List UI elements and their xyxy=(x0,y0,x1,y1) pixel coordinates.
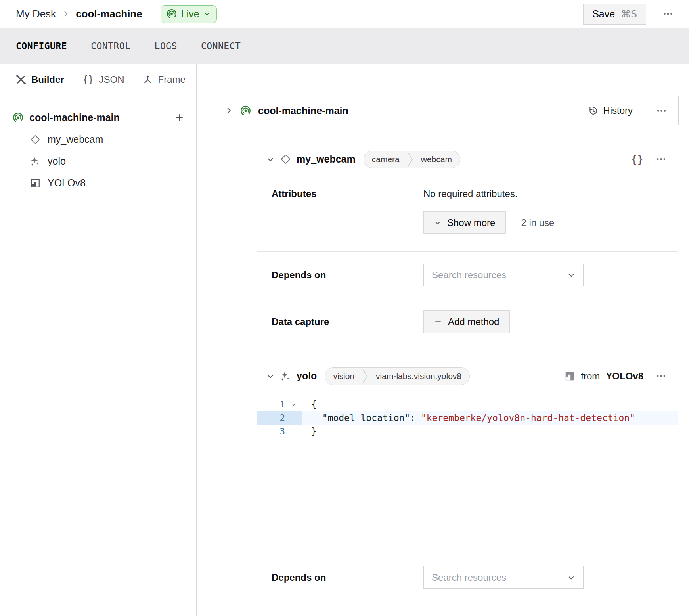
history-button[interactable]: History xyxy=(588,105,633,116)
code-line-2[interactable]: 2 "model_location": "keremberke/yolov8n-… xyxy=(257,411,678,425)
diamond-icon xyxy=(30,134,40,145)
line-number: 2 xyxy=(257,411,285,425)
tab-logs[interactable]: LOGS xyxy=(155,41,177,51)
depends-on-select[interactable]: Search resources xyxy=(423,264,584,286)
broadcast-icon xyxy=(167,9,177,19)
line-number: 1 xyxy=(257,398,285,411)
tag-divider-icon xyxy=(362,368,368,385)
save-button[interactable]: Save ⌘S xyxy=(583,4,646,25)
tab-control[interactable]: CONTROL xyxy=(91,41,130,51)
view-json[interactable]: {} JSON xyxy=(82,74,124,85)
tree-item-my-webcam[interactable]: my_webcam xyxy=(30,134,184,145)
add-component-icon[interactable] xyxy=(174,113,184,123)
code-key: "model_location" xyxy=(311,413,410,423)
view-builder-label: Builder xyxy=(31,74,64,85)
builder-icon xyxy=(16,75,26,85)
chevron-right-icon[interactable] xyxy=(224,106,233,115)
attributes-section: Attributes No required attributes. Show … xyxy=(257,175,678,251)
tree-machine-label: cool-machine-main xyxy=(29,112,168,123)
module-icon xyxy=(30,178,40,188)
code-text[interactable]: "model_location": "keremberke/yolov8n-ha… xyxy=(302,411,635,425)
live-status-dropdown[interactable]: Live xyxy=(161,5,217,23)
tab-connect[interactable]: CONNECT xyxy=(201,41,241,51)
tree-connector-line xyxy=(237,125,237,616)
overflow-menu-icon[interactable] xyxy=(656,371,666,381)
add-method-label: Add method xyxy=(448,316,499,327)
resource-title: yolo xyxy=(297,370,317,382)
module-icon xyxy=(565,371,575,381)
view-json-label: JSON xyxy=(99,74,124,85)
resource-card-my-webcam: my_webcam camera webcam {} Att xyxy=(257,143,678,345)
code-text[interactable]: { xyxy=(302,398,317,411)
view-builder[interactable]: Builder xyxy=(16,74,64,85)
history-icon xyxy=(588,106,598,116)
resource-title: my_webcam xyxy=(297,153,356,165)
view-json-braces-icon[interactable]: {} xyxy=(631,153,643,165)
tree-item-yolov8-module[interactable]: YOLOv8 xyxy=(30,177,184,189)
tree-item-label: yolo xyxy=(48,155,66,167)
save-shortcut: ⌘S xyxy=(621,8,637,20)
topbar-actions: Save ⌘S xyxy=(583,4,673,25)
tree-item-label: my_webcam xyxy=(48,134,103,145)
tag-model: webcam xyxy=(413,151,460,168)
depends-on-section: Depends on Search resources xyxy=(257,554,678,601)
depends-on-placeholder: Search resources xyxy=(432,572,567,583)
resource-card-yolo: yolo vision viam-labs:vision:yolov8 xyxy=(257,360,678,601)
diamond-icon xyxy=(280,154,291,165)
view-frame[interactable]: Frame xyxy=(143,74,186,85)
show-more-button[interactable]: Show more xyxy=(423,211,506,234)
overflow-menu-icon[interactable] xyxy=(656,106,666,116)
data-capture-section: Data capture Add method xyxy=(257,298,678,345)
add-method-button[interactable]: Add method xyxy=(423,310,510,333)
tag-model: viam-labs:vision:yolov8 xyxy=(368,368,469,385)
tree-item-label: YOLOv8 xyxy=(48,177,86,189)
show-more-label: Show more xyxy=(447,217,495,228)
plus-icon xyxy=(434,318,442,326)
config-view-switcher: Builder {} JSON Frame xyxy=(0,64,196,95)
breadcrumb-current: cool-machine xyxy=(76,8,142,20)
attributes-empty-text: No required attributes. xyxy=(423,188,664,199)
code-string-value: "keremberke/yolov8n-hard-hat-detection" xyxy=(421,413,635,423)
frame-axes-icon xyxy=(143,75,153,85)
config-main-panel: cool-machine-main History xyxy=(197,64,689,616)
code-text[interactable]: } xyxy=(302,425,317,438)
attributes-json-editor[interactable]: 1 { 2 "model_location": "keremberke/yolo… xyxy=(257,392,678,554)
depends-on-section: Depends on Search resources xyxy=(257,251,678,298)
data-capture-label: Data capture xyxy=(272,316,423,327)
chevron-down-icon[interactable] xyxy=(266,372,275,381)
tree-item-yolo[interactable]: yolo xyxy=(30,155,184,167)
code-line-1[interactable]: 1 { xyxy=(257,398,678,411)
card-header: yolo vision viam-labs:vision:yolov8 xyxy=(257,360,678,392)
breadcrumb-parent[interactable]: My Desk xyxy=(16,8,56,20)
code-fold-icon[interactable] xyxy=(285,398,302,411)
sidebar: Builder {} JSON Frame xyxy=(0,64,197,616)
chevron-down-icon[interactable] xyxy=(266,155,275,164)
topbar: My Desk cool-machine Live Save ⌘S xyxy=(0,0,689,28)
code-line-3[interactable]: 3 } xyxy=(257,425,678,438)
from-module-link[interactable]: from YOLOv8 xyxy=(565,371,643,382)
chevron-down-icon xyxy=(567,271,575,279)
tab-configure[interactable]: CONFIGURE xyxy=(16,41,67,51)
depends-on-label: Depends on xyxy=(272,270,423,281)
history-label: History xyxy=(603,105,633,116)
resource-tree: cool-machine-main my_webcam xyxy=(0,95,196,189)
code-separator: : xyxy=(410,413,421,423)
card-header: my_webcam camera webcam {} xyxy=(257,143,678,175)
attributes-label: Attributes xyxy=(272,188,423,199)
sparkles-icon xyxy=(280,371,291,381)
view-frame-label: Frame xyxy=(158,74,186,85)
resource-type-tag: vision viam-labs:vision:yolov8 xyxy=(325,367,470,385)
chevron-down-icon xyxy=(434,219,441,226)
save-label: Save xyxy=(592,8,615,20)
tree-item-machine[interactable]: cool-machine-main xyxy=(13,112,184,123)
machine-part-title: cool-machine-main xyxy=(258,105,581,117)
depends-on-select[interactable]: Search resources xyxy=(423,566,584,589)
overflow-menu-icon[interactable] xyxy=(663,9,673,19)
depends-on-label: Depends on xyxy=(272,572,423,583)
depends-on-placeholder: Search resources xyxy=(432,270,567,281)
overflow-menu-icon[interactable] xyxy=(656,154,666,164)
line-number: 3 xyxy=(257,425,285,438)
main-nav-tabs: CONFIGURE CONTROL LOGS CONNECT xyxy=(0,28,689,64)
tag-api: camera xyxy=(364,151,408,168)
json-braces-icon: {} xyxy=(82,74,94,85)
